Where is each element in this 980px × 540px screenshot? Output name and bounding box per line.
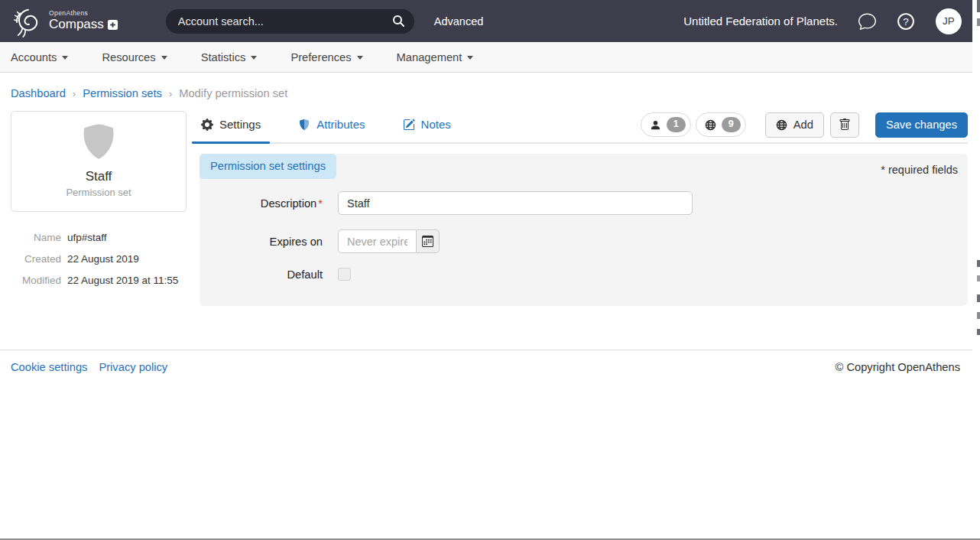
tabbar: Settings Attributes [200, 111, 968, 144]
search-input[interactable] [178, 15, 388, 28]
privacy-policy-link[interactable]: Privacy policy [99, 361, 167, 373]
breadcrumb-dashboard[interactable]: Dashboard [11, 87, 66, 99]
person-icon [650, 119, 661, 131]
nav-item-resources[interactable]: Resources [102, 51, 167, 63]
cookie-settings-link[interactable]: Cookie settings [11, 361, 87, 373]
breadcrumb-permission-sets[interactable]: Permission sets [83, 87, 162, 99]
default-row: Default [200, 268, 968, 281]
expires-on-field[interactable] [338, 229, 417, 253]
nav-item-accounts[interactable]: Accounts [11, 51, 68, 63]
description-row: Description* [200, 191, 968, 215]
shield-icon [298, 119, 310, 131]
globe-icon [705, 119, 716, 131]
search-icon[interactable] [388, 11, 410, 31]
entity-info: Name ufp#staff Created 22 August 2019 Mo… [11, 232, 187, 288]
footer: Cookie settings Privacy policy © Copyrig… [0, 350, 972, 373]
nav-item-management[interactable]: Management [397, 51, 474, 63]
chevron-down-icon [251, 56, 257, 60]
expires-on-label: Expires on [200, 236, 338, 248]
gear-icon [201, 119, 213, 131]
entity-summary: Staff Permission set Name ufp#staff Crea… [11, 111, 187, 297]
breadcrumb-separator: › [73, 88, 76, 99]
expires-on-row: Expires on [200, 229, 968, 253]
delete-button[interactable] [830, 112, 859, 138]
action-bar: 1 9 [641, 112, 968, 138]
default-label: Default [200, 268, 338, 281]
entity-subtitle: Permission set [19, 187, 178, 198]
help-icon[interactable]: ? [897, 12, 915, 31]
permission-set-card: Staff Permission set [11, 111, 187, 212]
breadcrumb: Dashboard › Permission sets › Modify per… [0, 73, 972, 99]
logo-product-label: Compass [49, 18, 104, 32]
info-row-modified: Modified 22 August 2019 at 11:55 [11, 275, 187, 287]
required-fields-note: * required fields [871, 154, 968, 176]
plus-square-icon [107, 19, 118, 31]
chevron-down-icon [161, 56, 167, 60]
app-header: OpenAthens Compass Advanced [0, 0, 972, 42]
nav-item-preferences[interactable]: Preferences [290, 51, 362, 63]
description-field[interactable] [338, 191, 693, 215]
info-row-created: Created 22 August 2019 [11, 253, 187, 265]
entity-title: Staff [19, 169, 178, 184]
svg-text:?: ? [903, 15, 909, 27]
screen-edge-artifact [977, 0, 980, 538]
tab-settings[interactable]: Settings [200, 111, 262, 142]
copyright-text: © Copyright OpenAthens [836, 361, 962, 373]
tab-notes[interactable]: Notes [401, 111, 453, 142]
account-search [166, 9, 414, 34]
pencil-square-icon [403, 119, 415, 131]
globe-icon [776, 119, 787, 131]
info-row-name: Name ufp#staff [11, 232, 187, 244]
organisation-name: Untitled Federation of Planets. [683, 15, 838, 28]
main-nav: Accounts Resources Statistics Preference… [0, 42, 972, 73]
shield-icon [79, 122, 118, 161]
advanced-search-link[interactable]: Advanced [434, 15, 484, 28]
required-asterisk: * [318, 197, 323, 210]
default-checkbox[interactable] [338, 268, 351, 281]
user-avatar[interactable]: JP [936, 8, 962, 34]
chat-icon[interactable] [858, 12, 876, 30]
settings-form: Description* Expires on [200, 191, 968, 281]
permission-set-settings-panel: Permission set settings * required field… [200, 154, 968, 306]
chevron-down-icon [357, 56, 363, 60]
openathens-emblem-icon [11, 5, 43, 38]
panel-title-chip: Permission set settings [200, 154, 336, 179]
description-label: Description [261, 197, 316, 210]
logo-brand-label: OpenAthens [49, 10, 118, 17]
tab-attributes[interactable]: Attributes [297, 111, 366, 142]
main-content: Staff Permission set Name ufp#staff Crea… [0, 99, 972, 306]
openathens-compass-logo[interactable]: OpenAthens Compass [11, 5, 118, 38]
accounts-count-badge[interactable]: 1 [641, 112, 691, 137]
add-button[interactable]: Add [765, 112, 824, 138]
breadcrumb-separator: › [169, 88, 172, 99]
save-changes-button[interactable]: Save changes [875, 112, 968, 138]
breadcrumb-current: Modify permission set [179, 87, 287, 99]
chevron-down-icon [62, 56, 68, 60]
resources-count-badge[interactable]: 9 [696, 112, 746, 137]
page: OpenAthens Compass Advanced [0, 0, 972, 373]
nav-item-statistics[interactable]: Statistics [201, 51, 258, 63]
chevron-down-icon [467, 56, 473, 60]
trash-icon [839, 119, 851, 131]
calendar-icon[interactable] [417, 229, 440, 253]
